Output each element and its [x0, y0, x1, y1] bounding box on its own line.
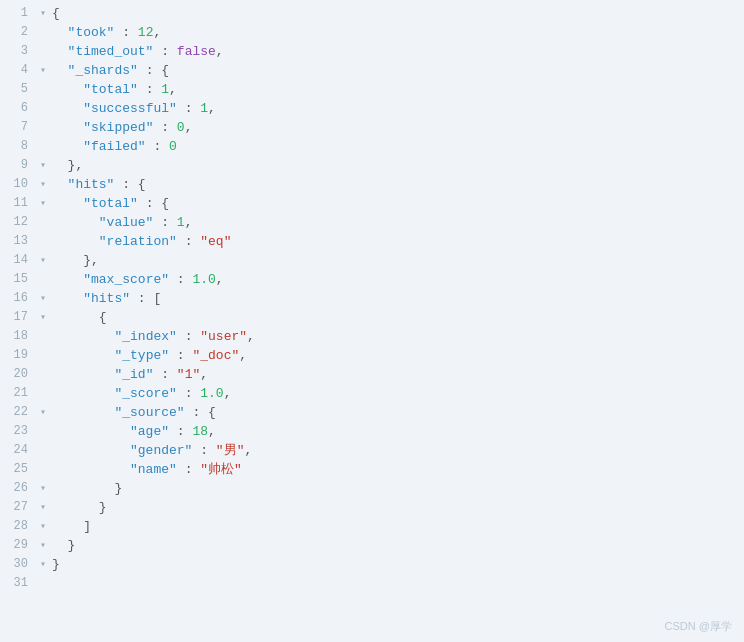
- line-number: 17: [0, 308, 36, 327]
- code-line: 11▾ "total" : {: [0, 194, 744, 213]
- code-line: 28▾ ]: [0, 517, 744, 536]
- line-number: 9: [0, 156, 36, 175]
- line-number: 20: [0, 365, 36, 384]
- line-number: 22: [0, 403, 36, 422]
- line-content: "_shards" : {: [50, 61, 744, 80]
- code-line: 16▾ "hits" : [: [0, 289, 744, 308]
- line-number: 24: [0, 441, 36, 460]
- line-content: "hits" : {: [50, 175, 744, 194]
- code-line: 10▾ "hits" : {: [0, 175, 744, 194]
- code-line: 12 "value" : 1,: [0, 213, 744, 232]
- code-line: 25 "name" : "帅松": [0, 460, 744, 479]
- fold-icon[interactable]: ▾: [36, 555, 50, 574]
- code-line: 6 "successful" : 1,: [0, 99, 744, 118]
- line-content: "name" : "帅松": [50, 460, 744, 479]
- line-number: 19: [0, 346, 36, 365]
- code-line: 18 "_index" : "user",: [0, 327, 744, 346]
- code-line: 4▾ "_shards" : {: [0, 61, 744, 80]
- line-content: "took" : 12,: [50, 23, 744, 42]
- code-line: 26▾ }: [0, 479, 744, 498]
- line-content: "_score" : 1.0,: [50, 384, 744, 403]
- code-line: 13 "relation" : "eq": [0, 232, 744, 251]
- code-line: 3 "timed_out" : false,: [0, 42, 744, 61]
- line-content: "age" : 18,: [50, 422, 744, 441]
- code-area: 1▾{2 "took" : 12,3 "timed_out" : false,4…: [0, 0, 744, 597]
- line-number: 4: [0, 61, 36, 80]
- line-number: 5: [0, 80, 36, 99]
- line-content: "_id" : "1",: [50, 365, 744, 384]
- code-line: 7 "skipped" : 0,: [0, 118, 744, 137]
- line-number: 8: [0, 137, 36, 156]
- fold-icon[interactable]: ▾: [36, 498, 50, 517]
- line-content: "gender" : "男",: [50, 441, 744, 460]
- line-number: 14: [0, 251, 36, 270]
- line-number: 3: [0, 42, 36, 61]
- fold-icon[interactable]: ▾: [36, 175, 50, 194]
- code-line: 30▾}: [0, 555, 744, 574]
- line-number: 16: [0, 289, 36, 308]
- line-number: 15: [0, 270, 36, 289]
- line-number: 7: [0, 118, 36, 137]
- fold-icon[interactable]: ▾: [36, 479, 50, 498]
- code-line: 27▾ }: [0, 498, 744, 517]
- fold-icon[interactable]: ▾: [36, 156, 50, 175]
- code-line: 1▾{: [0, 4, 744, 23]
- line-number: 18: [0, 327, 36, 346]
- line-content: "_type" : "_doc",: [50, 346, 744, 365]
- line-content: "hits" : [: [50, 289, 744, 308]
- fold-icon[interactable]: ▾: [36, 289, 50, 308]
- line-number: 25: [0, 460, 36, 479]
- line-number: 13: [0, 232, 36, 251]
- code-line: 17▾ {: [0, 308, 744, 327]
- code-line: 31: [0, 574, 744, 593]
- line-content: "successful" : 1,: [50, 99, 744, 118]
- line-number: 26: [0, 479, 36, 498]
- code-line: 8 "failed" : 0: [0, 137, 744, 156]
- line-content: ]: [50, 517, 744, 536]
- line-content: }: [50, 555, 744, 574]
- line-content: "total" : 1,: [50, 80, 744, 99]
- code-line: 9▾ },: [0, 156, 744, 175]
- fold-icon[interactable]: ▾: [36, 251, 50, 270]
- code-line: 2 "took" : 12,: [0, 23, 744, 42]
- line-content: "max_score" : 1.0,: [50, 270, 744, 289]
- line-number: 11: [0, 194, 36, 213]
- line-number: 6: [0, 99, 36, 118]
- fold-icon[interactable]: ▾: [36, 403, 50, 422]
- fold-icon[interactable]: ▾: [36, 4, 50, 23]
- line-content: {: [50, 4, 744, 23]
- code-line: 24 "gender" : "男",: [0, 441, 744, 460]
- line-number: 23: [0, 422, 36, 441]
- fold-icon[interactable]: ▾: [36, 536, 50, 555]
- line-number: 1: [0, 4, 36, 23]
- code-line: 29▾ }: [0, 536, 744, 555]
- line-content: "_index" : "user",: [50, 327, 744, 346]
- code-line: 21 "_score" : 1.0,: [0, 384, 744, 403]
- line-content: "failed" : 0: [50, 137, 744, 156]
- code-line: 14▾ },: [0, 251, 744, 270]
- watermark: CSDN @厚学: [665, 619, 732, 634]
- line-content: "_source" : {: [50, 403, 744, 422]
- line-number: 2: [0, 23, 36, 42]
- line-content: "value" : 1,: [50, 213, 744, 232]
- fold-icon[interactable]: ▾: [36, 194, 50, 213]
- line-number: 30: [0, 555, 36, 574]
- line-number: 31: [0, 574, 36, 593]
- line-content: "timed_out" : false,: [50, 42, 744, 61]
- code-line: 15 "max_score" : 1.0,: [0, 270, 744, 289]
- line-content: "total" : {: [50, 194, 744, 213]
- line-content: {: [50, 308, 744, 327]
- code-line: 23 "age" : 18,: [0, 422, 744, 441]
- line-content: "skipped" : 0,: [50, 118, 744, 137]
- fold-icon[interactable]: ▾: [36, 308, 50, 327]
- line-content: }: [50, 498, 744, 517]
- line-number: 27: [0, 498, 36, 517]
- line-number: 21: [0, 384, 36, 403]
- code-line: 22▾ "_source" : {: [0, 403, 744, 422]
- line-content: },: [50, 251, 744, 270]
- line-number: 10: [0, 175, 36, 194]
- fold-icon[interactable]: ▾: [36, 61, 50, 80]
- editor-container: 1▾{2 "took" : 12,3 "timed_out" : false,4…: [0, 0, 744, 642]
- fold-icon[interactable]: ▾: [36, 517, 50, 536]
- code-line: 20 "_id" : "1",: [0, 365, 744, 384]
